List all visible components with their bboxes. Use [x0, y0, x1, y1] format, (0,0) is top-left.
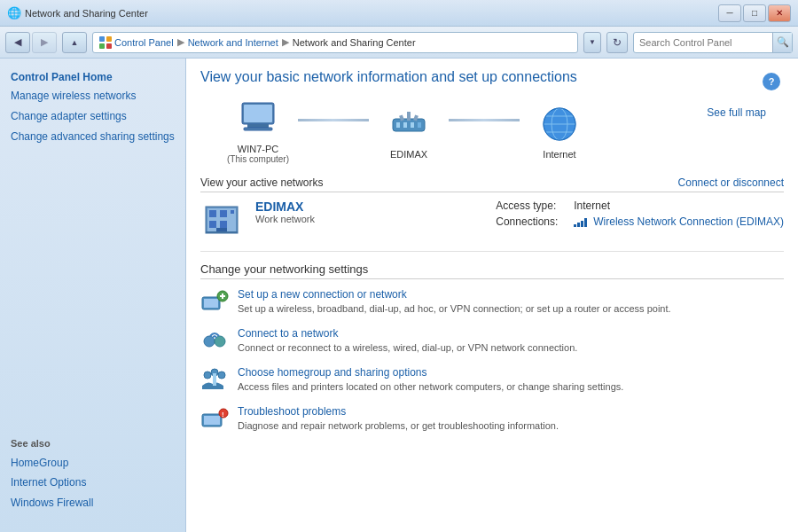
page-title: View your basic network information and …	[200, 69, 577, 85]
breadcrumb-current: Network and Sharing Center	[293, 37, 416, 48]
sidebar-link-wireless[interactable]: Manage wireless networks	[11, 89, 175, 104]
network-diagram: WIN7-PC (This computer)	[200, 98, 784, 164]
breadcrumb-control-panel[interactable]: Control Panel	[114, 37, 174, 48]
breadcrumb-dropdown-button[interactable]: ▼	[583, 32, 601, 53]
search-input[interactable]	[634, 37, 772, 48]
bar4	[584, 218, 587, 227]
sidebar-link-advanced-sharing[interactable]: Change advanced sharing settings	[11, 129, 175, 145]
setting-desc-0: Set up a wireless, broadband, dial-up, a…	[238, 303, 671, 314]
connections-row: Connections: Wireless Network Connection…	[496, 215, 784, 228]
svg-rect-1	[106, 36, 112, 42]
setting-text-1: Connect to a network Connect or reconnec…	[238, 327, 784, 354]
connection-name: Wireless Network Connection (EDIMAX)	[593, 215, 784, 228]
sidebar-spacer	[0, 156, 185, 434]
close-button[interactable]: ✕	[768, 4, 791, 22]
sidebar-link-adapter[interactable]: Change adapter settings	[11, 109, 175, 124]
svg-rect-7	[244, 128, 272, 130]
node-internet: Internet	[520, 103, 599, 160]
access-type-row: Access type: Internet	[496, 200, 784, 212]
see-full-map-link[interactable]: See full map	[707, 98, 766, 119]
node-internet-label: Internet	[543, 149, 575, 160]
access-type-label: Access type:	[496, 200, 567, 212]
globe-icon	[538, 103, 581, 145]
refresh-button[interactable]: ↻	[606, 32, 628, 53]
network-type: Work network	[255, 214, 478, 224]
content-area: View your basic network information and …	[186, 59, 798, 532]
window-title: Network and Sharing Center	[25, 8, 148, 19]
connect-disconnect-link[interactable]: Connect or disconnect	[678, 176, 784, 189]
setting-icon-3: !	[200, 405, 229, 434]
sidebar-home-link[interactable]: Control Panel Home	[11, 71, 175, 83]
title-bar: 🌐 Network and Sharing Center ─ □ ✕	[0, 0, 798, 27]
bar3	[581, 221, 583, 227]
sidebar-see-also-label: See also	[0, 434, 185, 452]
change-settings-header: Change your networking settings	[200, 262, 784, 279]
setting-icon-2	[200, 366, 229, 395]
bar1	[574, 224, 576, 227]
setting-link-1[interactable]: Connect to a network	[238, 327, 784, 340]
active-network-row: EDIMAX Work network Access type: Interne…	[200, 200, 784, 252]
line-computer-router	[298, 119, 369, 121]
setting-text-3: Troubleshoot problems Diagnose and repai…	[238, 405, 784, 432]
node-computer: WIN7-PC (This computer)	[218, 98, 298, 164]
svg-rect-3	[106, 43, 112, 49]
signal-bars-icon	[574, 216, 587, 227]
setting-item-0: Set up a new connection or network Set u…	[200, 288, 784, 317]
sidebar-see-also-section: HomeGroup Internet Options Windows Firew…	[0, 452, 185, 523]
setting-desc-2: Access files and printers located on oth…	[238, 381, 623, 392]
svg-rect-26	[209, 221, 216, 228]
svg-text:!: !	[222, 411, 224, 419]
svg-rect-11	[411, 122, 414, 128]
access-type-value: Internet	[574, 200, 610, 212]
svg-rect-32	[204, 299, 218, 308]
setting-link-0[interactable]: Set up a new connection or network	[238, 288, 784, 301]
connections-label: Connections:	[496, 215, 567, 228]
svg-rect-5	[244, 105, 272, 122]
svg-rect-44	[204, 416, 220, 425]
network-name[interactable]: EDIMAX	[255, 200, 478, 214]
up-button[interactable]: ▲	[62, 32, 87, 53]
minimize-button[interactable]: ─	[718, 4, 741, 22]
svg-rect-25	[220, 210, 227, 217]
network-icon-area	[200, 200, 243, 242]
svg-rect-24	[209, 210, 216, 217]
setting-item-3: ! Troubleshoot problems Diagnose and rep…	[200, 405, 784, 434]
svg-point-41	[218, 372, 225, 379]
svg-rect-42	[213, 373, 216, 386]
setting-text-0: Set up a new connection or network Set u…	[238, 288, 784, 315]
sidebar-link-firewall[interactable]: Windows Firewall	[11, 496, 175, 511]
back-button[interactable]: ◀	[5, 32, 30, 53]
setting-desc-1: Connect or reconnect to a wireless, wire…	[238, 342, 577, 353]
setting-desc-3: Diagnose and repair network problems, or…	[238, 420, 559, 431]
network-details: Access type: Internet Connections: Wirel…	[496, 200, 784, 242]
setting-icon-0	[200, 288, 229, 317]
network-info: EDIMAX Work network	[255, 200, 478, 242]
settings-list: Set up a new connection or network Set u…	[200, 288, 784, 434]
maximize-button[interactable]: □	[743, 4, 766, 22]
setting-text-2: Choose homegroup and sharing options Acc…	[238, 366, 784, 393]
connections-link[interactable]: Wireless Network Connection (EDIMAX)	[574, 215, 784, 228]
search-box: 🔍	[633, 32, 793, 53]
forward-button[interactable]: ▶	[32, 32, 57, 53]
sidebar-main-section: Control Panel Home Manage wireless netwo…	[0, 67, 185, 156]
setting-link-2[interactable]: Choose homegroup and sharing options	[238, 366, 784, 379]
main-layout: Control Panel Home Manage wireless netwo…	[0, 59, 798, 532]
sidebar-link-homegroup[interactable]: HomeGroup	[11, 456, 175, 471]
sidebar: Control Panel Home Manage wireless netwo…	[0, 59, 186, 532]
breadcrumb-network-internet[interactable]: Network and Internet	[188, 37, 278, 48]
svg-rect-30	[206, 231, 238, 233]
help-button[interactable]: ?	[763, 73, 780, 90]
address-bar: ◀ ▶ ▲ Control Panel ▶ Network and Intern…	[0, 27, 798, 59]
control-panel-icon	[98, 35, 113, 50]
setting-link-3[interactable]: Troubleshoot problems	[238, 405, 784, 418]
svg-rect-2	[99, 43, 105, 49]
title-bar-controls: ─ □ ✕	[718, 4, 791, 22]
svg-rect-28	[231, 210, 234, 214]
node-computer-sublabel: (This computer)	[227, 154, 289, 164]
network-building-icon	[200, 200, 243, 242]
node-computer-label: WIN7-PC	[238, 144, 278, 154]
search-button[interactable]: 🔍	[772, 33, 792, 52]
sidebar-link-internet-options[interactable]: Internet Options	[11, 475, 175, 490]
bar2	[577, 223, 580, 227]
setting-item-2: Choose homegroup and sharing options Acc…	[200, 366, 784, 395]
